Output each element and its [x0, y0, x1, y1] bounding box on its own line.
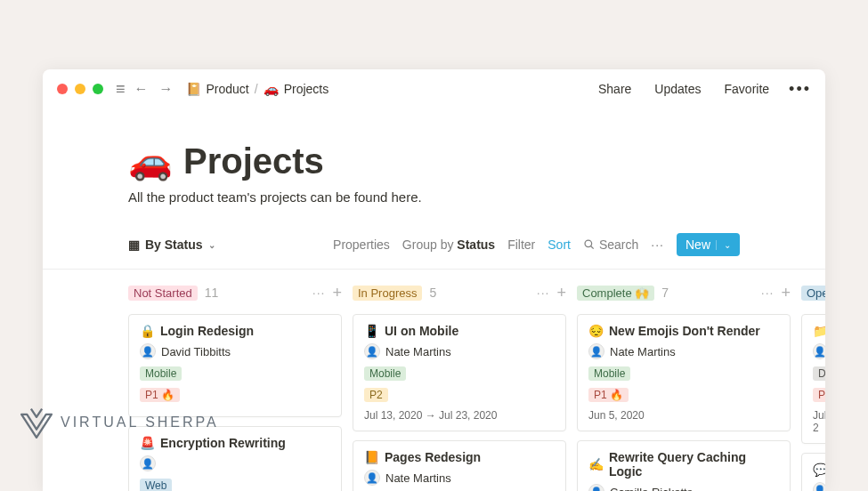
board-view: Not Started11···+🔒Login Redesign👤David T…: [43, 269, 825, 491]
priority-tag: P1: [813, 388, 825, 402]
card-assignee: 👤David Tibbitts: [140, 343, 330, 359]
column-add-icon[interactable]: +: [332, 285, 342, 301]
board-card[interactable]: 📙Pages Redesign👤Nate MartinsDesktopP2: [353, 440, 566, 491]
search-icon: [583, 238, 596, 251]
column-count: 5: [429, 286, 436, 300]
properties-button[interactable]: Properties: [333, 237, 390, 252]
card-assignee: 👤Nate Martins: [364, 343, 555, 359]
status-tag[interactable]: In Progress: [353, 286, 422, 301]
avatar: 👤: [588, 343, 604, 359]
svg-point-0: [585, 240, 592, 247]
card-icon: 😔: [588, 324, 604, 338]
board-column: Ope📁F👤DesP1Jul 2💬👤MolP4: [801, 282, 825, 491]
updates-button[interactable]: Updates: [654, 82, 701, 96]
card-assignee: 👤: [140, 455, 330, 471]
board-card[interactable]: 📱UI on Mobile👤Nate MartinsMobileP2Jul 13…: [353, 314, 566, 431]
card-date: Jul 2: [813, 409, 823, 434]
card-title: ✍️Rewrite Query Caching Logic: [588, 450, 779, 479]
card-title: 📁F: [813, 324, 823, 338]
avatar: 👤: [140, 455, 156, 471]
page-subtitle: All the product team's projects can be f…: [128, 189, 740, 205]
filter-button[interactable]: Filter: [507, 237, 535, 252]
column-add-icon[interactable]: +: [781, 285, 791, 301]
database-toolbar: ▦ By Status ⌄ Properties Group by Status…: [128, 233, 740, 256]
breadcrumb-icon-1: 📔: [186, 82, 201, 96]
window-controls: [57, 84, 103, 94]
column-more-icon[interactable]: ···: [761, 286, 775, 300]
card-date: Jun 5, 2020: [588, 409, 779, 422]
platform-tag: Mobile: [588, 366, 630, 381]
board-column: In Progress5···+📱UI on Mobile👤Nate Marti…: [353, 282, 566, 491]
card-date: Jul 13, 2020 → Jul 23, 2020: [364, 409, 555, 422]
titlebar: ≡ ← → 📔 Product / 🚗 Projects Share Updat…: [43, 69, 825, 109]
card-icon: 📙: [364, 450, 379, 464]
card-assignee: 👤Nate Martins: [364, 470, 555, 486]
maximize-window-icon[interactable]: [93, 84, 103, 94]
card-title: 😔New Emojis Don't Render: [588, 324, 779, 338]
minimize-window-icon[interactable]: [75, 84, 85, 94]
new-button[interactable]: New ⌄: [677, 233, 740, 256]
column-count: 7: [661, 286, 669, 300]
search-button[interactable]: Search: [583, 237, 638, 252]
status-tag[interactable]: Ope: [801, 286, 825, 301]
card-icon: 📱: [364, 324, 379, 338]
platform-tag: Mobile: [140, 366, 182, 381]
board-column: Not Started11···+🔒Login Redesign👤David T…: [128, 282, 342, 491]
board-card[interactable]: 💬👤MolP4: [801, 453, 825, 491]
card-icon: 💬: [813, 463, 825, 477]
card-assignee: 👤Camille Ricketts: [588, 484, 779, 491]
priority-tag: P2: [364, 388, 388, 402]
card-assignee: 👤: [813, 482, 823, 491]
menu-icon[interactable]: ≡: [116, 80, 126, 99]
column-count: 11: [205, 286, 219, 300]
avatar: 👤: [813, 343, 825, 359]
favorite-button[interactable]: Favorite: [725, 82, 770, 96]
avatar: 👤: [140, 343, 156, 359]
chevron-down-icon: ⌄: [208, 240, 215, 250]
watermark: VIRTUAL SHERPA: [16, 402, 219, 443]
board-view-icon: ▦: [128, 237, 140, 252]
breadcrumb-link-2[interactable]: Projects: [284, 82, 329, 96]
breadcrumb-separator: /: [255, 82, 258, 96]
board-card[interactable]: 📁F👤DesP1Jul 2: [801, 314, 825, 444]
card-icon: 🔒: [140, 324, 155, 338]
avatar: 👤: [588, 484, 604, 491]
column-more-icon[interactable]: ···: [537, 286, 550, 300]
sort-button[interactable]: Sort: [548, 237, 571, 252]
view-label: By Status: [145, 237, 203, 252]
board-column: Complete 🙌7···+😔New Emojis Don't Render👤…: [577, 282, 791, 491]
view-selector[interactable]: ▦ By Status ⌄: [128, 237, 215, 252]
breadcrumb-link-1[interactable]: Product: [207, 82, 249, 96]
page-header: 🚗 Projects: [128, 141, 740, 182]
platform-tag: Mobile: [364, 366, 406, 381]
back-button[interactable]: ←: [133, 81, 150, 97]
groupby-button[interactable]: Group by Status: [402, 237, 495, 252]
board-card[interactable]: ✍️Rewrite Query Caching Logic👤Camille Ri…: [577, 440, 791, 491]
breadcrumb: 📔 Product / 🚗 Projects: [186, 82, 329, 96]
page-content: 🚗 Projects All the product team's projec…: [43, 109, 825, 256]
page-icon[interactable]: 🚗: [128, 141, 173, 182]
platform-tag: Web: [140, 479, 172, 491]
close-window-icon[interactable]: [57, 84, 68, 94]
column-more-icon[interactable]: ···: [312, 286, 326, 300]
forward-button[interactable]: →: [158, 81, 175, 97]
card-title: 💬: [813, 463, 823, 477]
status-tag[interactable]: Not Started: [128, 286, 198, 301]
avatar: 👤: [364, 470, 380, 486]
share-button[interactable]: Share: [598, 82, 631, 96]
card-icon: 📁: [813, 324, 825, 338]
priority-tag: P1 🔥: [588, 388, 629, 402]
toolbar-more-icon[interactable]: ···: [651, 237, 664, 252]
card-assignee: 👤: [813, 343, 823, 359]
priority-tag: P1 🔥: [140, 388, 180, 402]
card-title: 📱UI on Mobile: [364, 324, 555, 338]
page-title[interactable]: Projects: [183, 141, 324, 181]
more-icon[interactable]: •••: [789, 80, 811, 99]
avatar: 👤: [813, 482, 825, 491]
watermark-logo-icon: [16, 402, 57, 443]
board-card[interactable]: 😔New Emojis Don't Render👤Nate MartinsMob…: [577, 314, 791, 431]
platform-tag: Des: [813, 366, 825, 381]
chevron-down-icon: ⌄: [716, 240, 731, 250]
column-add-icon[interactable]: +: [556, 285, 566, 301]
status-tag[interactable]: Complete 🙌: [577, 286, 654, 301]
